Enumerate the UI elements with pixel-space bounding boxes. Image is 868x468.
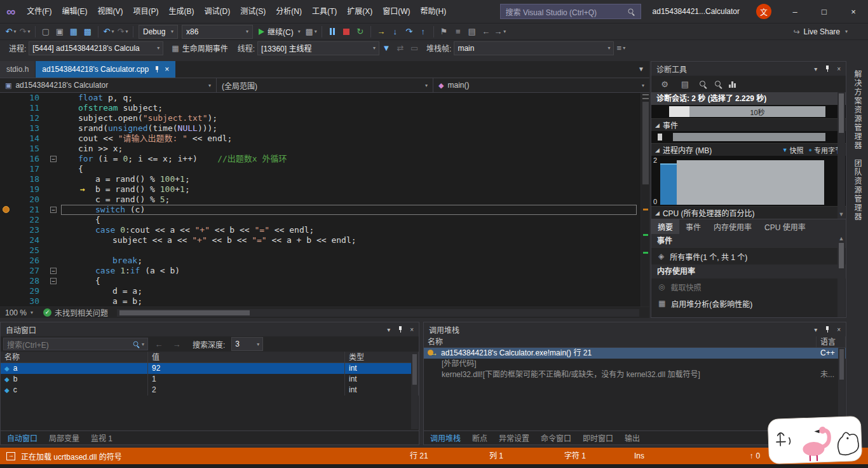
autos-row-b[interactable]: ◆b1int	[1, 374, 419, 385]
window-position-dropdown-icon[interactable]: ▾	[387, 326, 390, 333]
frames-button[interactable]: ▭	[407, 41, 421, 55]
diag-tab-2[interactable]: 内存使用率	[707, 219, 758, 234]
step-into-button[interactable]: ↓	[388, 25, 402, 39]
window-position-dropdown-icon[interactable]: ▾	[814, 65, 817, 72]
open-file-button[interactable]: ▣	[53, 25, 67, 39]
indent-button[interactable]: →▾	[493, 25, 507, 39]
fold-toggle-icon[interactable]: −	[50, 268, 57, 274]
outdent-button[interactable]: ←	[479, 25, 493, 39]
code-line-18[interactable]: 18a = rand() % 100+1;	[0, 174, 649, 184]
code-line-12[interactable]: 12subject.open("subject.txt");	[0, 113, 649, 123]
menu-item-9[interactable]: 扩展(X)	[342, 0, 377, 23]
breakpoint-gutter[interactable]	[0, 296, 14, 306]
close-panel-icon[interactable]: ×	[837, 65, 841, 72]
breakpoint-gutter[interactable]	[0, 93, 14, 103]
save-all-button[interactable]: ▩	[81, 25, 95, 39]
code-line-20[interactable]: 20c = rand() % 5;	[0, 195, 649, 205]
thread-dropdown[interactable]: [13360] 主线程▾	[257, 41, 379, 55]
close-button[interactable]: ×	[839, 0, 868, 23]
tool-tab-2[interactable]: 监视 1	[91, 432, 112, 443]
code-line-26[interactable]: 26break;	[0, 256, 649, 266]
column-header[interactable]: 类型	[345, 352, 419, 363]
code-line-25[interactable]: 25	[0, 245, 649, 256]
project-dropdown[interactable]: ▣ ad1543844218's Calculator▾	[0, 78, 217, 92]
user-avatar[interactable]: 文	[756, 4, 771, 19]
breakpoint-gutter[interactable]	[0, 215, 14, 225]
fold-toggle-icon[interactable]: −	[50, 278, 57, 284]
collapsed-tool-tab-1[interactable]: 团队资源管理器	[852, 159, 863, 221]
stop-debugging-button[interactable]	[339, 25, 353, 39]
undo-button[interactable]: ↶▾	[102, 25, 116, 39]
diag-tab-0[interactable]: 摘要	[651, 219, 679, 234]
code-line-16[interactable]: 16−for (i = 0; i <= x; i++) //出题数x 外循环	[0, 154, 649, 164]
code-line-29[interactable]: 29d = a;	[0, 286, 649, 296]
nav-back-button[interactable]: ↶▾	[4, 25, 18, 39]
code-line-15[interactable]: 15cin >> x;	[0, 144, 649, 154]
save-button[interactable]: ▦	[67, 25, 81, 39]
autos-scrollbar[interactable]	[411, 353, 418, 429]
menu-item-3[interactable]: 项目(P)	[128, 0, 164, 23]
code-line-23[interactable]: 23case 0:cout << a << "+" << b << "=" <<…	[0, 225, 649, 235]
search-prev-button[interactable]: ←	[152, 337, 166, 351]
process-dropdown[interactable]: [5444] ad1543844218's Calcula▾	[29, 41, 163, 55]
breakpoint-gutter[interactable]	[0, 235, 14, 245]
code-line-22[interactable]: 22{	[0, 215, 649, 225]
lifecycle-events-button[interactable]: ▦ 生命周期事件	[167, 41, 232, 55]
breakpoint-gutter[interactable]	[0, 123, 14, 134]
break-all-button[interactable]	[325, 25, 339, 39]
code-line-30[interactable]: 30a = b;	[0, 296, 649, 306]
autos-search-input[interactable]: 搜索(Ctrl+E) ▾	[3, 338, 148, 350]
insert-mode-indicator[interactable]: Ins	[634, 448, 644, 464]
tool-tab-1[interactable]: 断点	[472, 432, 487, 443]
memory-section-header[interactable]: ◢ 进程内存 (MB) ▼快照●专用字节	[651, 144, 846, 156]
call-stack-row-1[interactable]: [外部代码]	[424, 359, 846, 369]
nav-forward-button[interactable]: ↷▾	[18, 25, 32, 39]
pin-icon[interactable]	[824, 65, 831, 72]
pin-icon[interactable]	[397, 326, 403, 333]
breakpoint-gutter[interactable]	[0, 286, 14, 296]
breakpoint-hit-icon[interactable]	[3, 206, 10, 213]
code-line-13[interactable]: 13srand(unsigned(time(NULL)));	[0, 123, 649, 134]
column-header[interactable]: 语言	[817, 336, 846, 348]
continue-button[interactable]: 继续(C)▾	[255, 26, 304, 37]
breakpoint-gutter[interactable]	[0, 113, 14, 123]
split-editor-handle[interactable]	[642, 94, 649, 99]
breakpoint-gutter[interactable]	[0, 174, 14, 184]
document-tab-1[interactable]: ad1543844218's Calculator.cpp×	[36, 61, 175, 78]
step-out-button[interactable]: ↑	[416, 25, 430, 39]
memory-graph[interactable]: 2 0 2 0	[651, 156, 846, 207]
menu-item-7[interactable]: 分析(N)	[271, 0, 307, 23]
config-dropdown[interactable]: Debug▾	[139, 25, 178, 39]
breakpoint-gutter[interactable]	[0, 154, 14, 164]
tool-tab-1[interactable]: 局部变量	[49, 432, 79, 443]
tool-tab-0[interactable]: 调用堆栈	[430, 432, 461, 443]
platform-dropdown[interactable]: x86▾	[182, 25, 253, 39]
document-list-dropdown-icon[interactable]: ▼	[638, 65, 644, 72]
close-panel-icon[interactable]: ×	[837, 326, 841, 333]
maximize-button[interactable]: □	[810, 0, 839, 23]
breakpoint-gutter[interactable]	[0, 256, 14, 266]
menu-item-10[interactable]: 窗口(W)	[377, 0, 415, 23]
char-indicator[interactable]: 字符 1	[564, 448, 586, 464]
cpu-section-header[interactable]: ◢ CPU (所有处理器的百分比)	[651, 207, 846, 219]
diag-tab-3[interactable]: CPU 使用率	[758, 219, 812, 234]
menu-item-1[interactable]: 编辑(E)	[57, 0, 93, 23]
tool-tab-0[interactable]: 自动窗口	[7, 432, 37, 443]
chart-view-icon[interactable]	[729, 80, 736, 88]
live-share-button[interactable]: ↪ Live Share ▾	[794, 27, 864, 36]
column-header[interactable]: 名称	[424, 336, 817, 348]
search-depth-dropdown[interactable]: 3▾	[231, 337, 263, 351]
breakpoint-gutter[interactable]	[0, 144, 14, 154]
breakpoint-gutter[interactable]	[0, 134, 14, 144]
search-next-button[interactable]: →	[170, 337, 184, 351]
autos-row-a[interactable]: ◆a92int	[1, 363, 419, 374]
autos-row-c[interactable]: ◆c2int	[1, 385, 419, 396]
filter-threads-button[interactable]: ▼	[379, 41, 393, 55]
comment-button[interactable]: ▤	[465, 25, 479, 39]
tool-tab-4[interactable]: 即时窗口	[583, 432, 613, 443]
editor-horizontal-scrollbar[interactable]	[117, 309, 639, 317]
show-next-statement-button[interactable]: →	[374, 25, 388, 39]
step-over-button[interactable]: ↷	[402, 25, 416, 39]
outgoing-commits-indicator[interactable]: ↑0	[750, 451, 761, 460]
code-line-10[interactable]: 10float p, q;	[0, 93, 649, 103]
